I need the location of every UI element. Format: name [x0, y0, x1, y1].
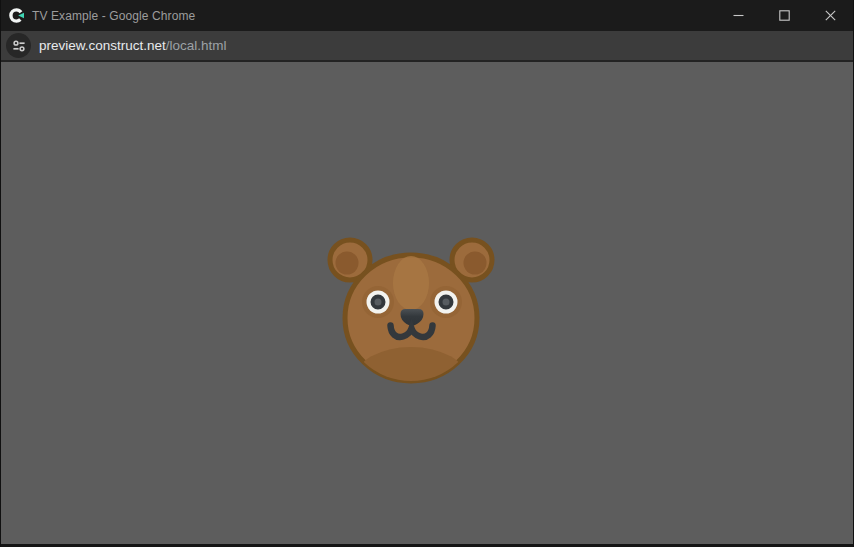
- window-title: TV Example - Google Chrome: [32, 9, 715, 23]
- bear-sprite[interactable]: [326, 237, 496, 393]
- tune-icon: [11, 38, 27, 54]
- minimize-button[interactable]: [715, 0, 761, 31]
- bear-left-pupil: [373, 297, 384, 308]
- maximize-button[interactable]: [761, 0, 807, 31]
- close-icon: [825, 10, 836, 21]
- url-text[interactable]: preview.construct.net/local.html: [39, 38, 227, 53]
- maximize-icon: [779, 10, 790, 21]
- minimize-icon: [733, 10, 744, 21]
- url-path: /local.html: [166, 38, 227, 53]
- page-viewport[interactable]: [1, 62, 853, 547]
- close-button[interactable]: [807, 0, 853, 31]
- site-settings-button[interactable]: [6, 33, 31, 58]
- bear-right-pupil: [441, 297, 452, 308]
- window-controls: [715, 0, 853, 31]
- browser-window: TV Example - Google Chrome: [0, 0, 854, 547]
- window-titlebar[interactable]: TV Example - Google Chrome: [1, 0, 853, 31]
- construct-logo-icon: [8, 7, 25, 24]
- url-domain: preview.construct.net: [39, 38, 166, 53]
- address-bar: preview.construct.net/local.html: [1, 31, 853, 62]
- bear-forehead-highlight: [393, 256, 429, 310]
